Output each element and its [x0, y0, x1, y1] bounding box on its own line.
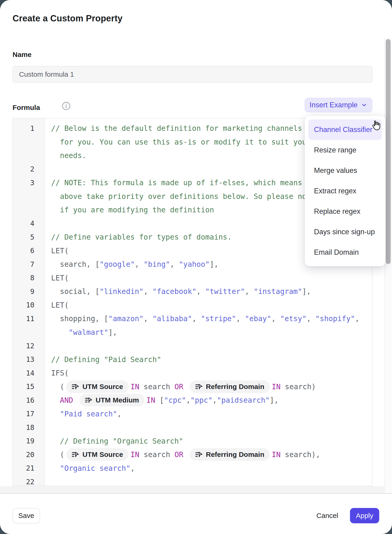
menu-item-replace-regex[interactable]: Replace regex — [305, 201, 386, 222]
field-pill[interactable]: UTM Source — [66, 448, 129, 461]
menu-item-email-domain[interactable]: Email Domain — [305, 242, 386, 263]
line-number: 8 — [13, 271, 44, 285]
code-segment-string: "google" — [100, 260, 135, 268]
field-pill[interactable]: Referring Domain — [190, 448, 270, 461]
field-pill-label: Referring Domain — [206, 383, 265, 391]
code-row[interactable]: "Organic search", — [51, 462, 372, 475]
code-segment-string: "cpc" — [164, 396, 186, 404]
code-row[interactable]: IFS( — [51, 366, 372, 380]
formula-label: Formula — [13, 104, 40, 112]
code-segment-code: search, [ — [51, 260, 100, 268]
code-segment-code — [51, 437, 60, 445]
code-segment-keyword: IN — [272, 450, 280, 459]
code-row[interactable]: // Defining "Paid Search" — [51, 353, 372, 366]
code-segment-keyword: IN — [131, 383, 139, 391]
field-pill-label: Referring Domain — [206, 451, 265, 458]
menu-item-resize-range[interactable]: Resize range — [305, 140, 386, 160]
code-segment-code — [51, 410, 60, 418]
insert-example-button[interactable]: Insert Example — [304, 98, 373, 113]
code-row[interactable]: (UTM SourceIN search OR Referring Domain… — [51, 380, 372, 394]
code-row[interactable]: LET( — [51, 298, 372, 312]
code-row[interactable]: LET( — [51, 271, 372, 285]
field-pill[interactable]: UTM Source — [66, 380, 129, 393]
code-segment-string: "Paid search" — [60, 410, 117, 418]
code-segment-code — [183, 450, 188, 459]
save-button[interactable]: Save — [13, 508, 40, 523]
code-segment-code: ], — [210, 260, 219, 268]
field-pill[interactable]: UTM Medium — [79, 394, 145, 406]
line-number — [13, 149, 44, 162]
menu-item-merge-values[interactable]: Merge values — [305, 160, 386, 181]
code-segment-comment: // Define variables for types of domains… — [51, 233, 232, 241]
code-row[interactable]: AND UTM MediumIN ["cpc","ppc","paidsearc… — [51, 393, 372, 407]
code-segment-comment: if you are modifying the definition — [51, 206, 214, 214]
code-segment-code — [51, 464, 60, 473]
line-number: 16 — [13, 393, 44, 407]
line-number — [13, 135, 44, 149]
code-segment-code: ], — [270, 396, 279, 404]
code-segment-string: "walmart" — [69, 328, 108, 336]
code-row[interactable]: (UTM SourceIN search OR Referring Domain… — [51, 448, 372, 462]
hand-cursor-icon — [370, 119, 382, 132]
create-custom-property-modal: Create a Custom Property Name Formula In… — [0, 0, 392, 534]
code-segment-comment: // Defining "Organic Search" — [60, 437, 183, 445]
code-segment-code — [183, 383, 188, 391]
line-number: 10 — [13, 298, 44, 312]
line-number: 11 — [13, 312, 44, 326]
code-segment-string: "ebay" — [245, 314, 271, 323]
code-segment-comment: for you. You can use this as-is or modif… — [51, 138, 307, 146]
code-row[interactable]: // Defining "Organic Search" — [51, 434, 372, 448]
code-segment-comment: above take priority over definitions bel… — [51, 192, 307, 201]
code-row[interactable] — [51, 339, 372, 353]
name-input[interactable] — [13, 66, 373, 83]
line-number: 14 — [13, 366, 44, 380]
line-number: 15 — [13, 380, 44, 394]
code-segment-code: , — [355, 314, 359, 323]
cancel-button[interactable]: Cancel — [315, 508, 340, 523]
apply-button[interactable]: Apply — [350, 508, 379, 523]
code-segment-comment: needs. — [51, 151, 86, 160]
code-segment-code: , — [170, 260, 179, 268]
code-row[interactable]: social, ["linkedin", "facebook", "twitte… — [51, 285, 372, 298]
code-segment-code: IFS( — [51, 369, 69, 377]
code-segment-keyword: IN — [272, 383, 280, 391]
code-segment-code: LET( — [51, 246, 69, 255]
code-segment-code: , — [271, 314, 280, 323]
code-segment-code: , — [186, 396, 191, 404]
code-row[interactable] — [51, 421, 372, 434]
line-number: 21 — [13, 462, 44, 475]
line-number: 12 — [13, 339, 44, 353]
line-number — [13, 190, 44, 203]
code-segment-code: , — [192, 314, 201, 323]
field-select-icon — [71, 383, 79, 391]
field-pill-label: UTM Source — [82, 451, 123, 458]
line-number — [13, 203, 44, 217]
line-number: 20 — [13, 448, 44, 462]
code-row[interactable]: "walmart"], — [51, 326, 372, 339]
code-segment-code — [51, 328, 69, 336]
line-number: 4 — [13, 217, 44, 231]
name-label: Name — [13, 51, 32, 59]
code-row[interactable] — [51, 475, 372, 486]
info-icon[interactable] — [61, 101, 71, 111]
code-row[interactable]: "Paid search", — [51, 407, 372, 421]
code-segment-code: search), — [280, 450, 320, 459]
field-pill[interactable]: Referring Domain — [190, 380, 270, 393]
code-segment-keyword: OR — [175, 450, 183, 459]
chevron-down-icon — [361, 102, 367, 108]
line-number: 1 — [13, 122, 44, 135]
field-select-icon — [194, 450, 203, 459]
menu-item-days-since-sign-up[interactable]: Days since sign-up — [305, 222, 386, 242]
code-segment-code: [ — [155, 396, 164, 404]
code-segment-code: , — [144, 287, 152, 296]
line-number: 19 — [13, 434, 44, 448]
code-segment-comment: // Below is the default definition for m… — [51, 124, 302, 132]
modal-scrollbar-thumb[interactable] — [386, 39, 391, 264]
code-segment-keyword: IN — [146, 396, 155, 404]
code-segment-code: , — [212, 396, 217, 404]
menu-item-extract-regex[interactable]: Extract regex — [305, 181, 386, 201]
code-segment-string: "stripe" — [201, 314, 236, 323]
editor-gutter: 12345678910111213141516171819202122 — [13, 118, 45, 486]
code-row[interactable]: shopping, ["amazon", "alibaba", "stripe"… — [51, 312, 372, 326]
code-segment-keyword: AND — [60, 396, 73, 404]
